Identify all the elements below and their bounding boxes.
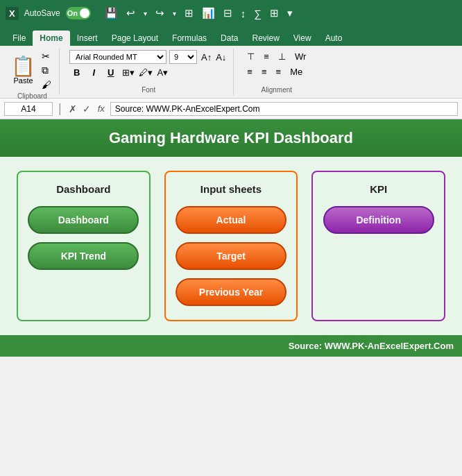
more-icon[interactable]: ▾	[284, 6, 296, 21]
underline-button[interactable]: U	[103, 66, 118, 79]
align-row1: ⊤ ≡ ⊥ Wr	[243, 50, 309, 63]
align-top-button[interactable]: ⊤	[243, 50, 258, 63]
decrease-font-size-icon[interactable]: A↓	[214, 52, 228, 62]
ribbon-toolbar: 📋 Paste ✂ ⧉ 🖌 Clipboard Arial Rounded MT…	[0, 46, 462, 99]
dashboard-footer: Source: WWW.PK-AnExcelExpert.Com	[0, 335, 462, 357]
font-section: Arial Rounded MT 9 A↑ A↓ B I U ⊞▾ 🖊▾ A▾ …	[64, 49, 234, 95]
formula-icon[interactable]: ∑	[251, 6, 264, 21]
tab-formulas[interactable]: Formulas	[165, 31, 214, 46]
align-row2: ≡ ≡ ≡ Me	[243, 65, 309, 78]
dashboard-header: Gaming Hardware KPI Dashboard	[0, 119, 462, 157]
sort-icon[interactable]: ↕	[238, 6, 249, 21]
autosave-label: AutoSave	[24, 8, 60, 18]
font-name-select[interactable]: Arial Rounded MT	[69, 50, 166, 64]
chart-icon[interactable]: 📊	[199, 6, 218, 21]
align-middle-button[interactable]: ≡	[260, 50, 273, 63]
tab-insert[interactable]: Insert	[70, 31, 105, 46]
cut-icon[interactable]: ✂	[40, 50, 53, 62]
definition-nav-button[interactable]: Definition	[323, 206, 434, 234]
font-label: Font	[142, 86, 155, 94]
toggle-knob	[80, 8, 89, 18]
quick-access-toolbar: 💾 ↩ ▾ ↪ ▾ ⊞ 📊 ⊟ ↕ ∑ ⊞ ▾	[102, 6, 296, 21]
align-center-button[interactable]: ≡	[258, 65, 271, 78]
dashboard-title: Gaming Hardware KPI Dashboard	[109, 129, 353, 146]
paste-icon: 📋	[11, 57, 35, 76]
formula-confirm-icon[interactable]: ✓	[81, 102, 92, 116]
font-row2: B I U ⊞▾ 🖊▾ A▾	[69, 66, 228, 79]
cell-reference[interactable]: A14	[4, 102, 53, 116]
font-row1: Arial Rounded MT 9 A↑ A↓	[69, 50, 228, 64]
alignment-label: Alignment	[262, 86, 292, 94]
clipboard-label: Clipboard	[17, 92, 47, 100]
panel-dashboard: Dashboard Dashboard KPI Trend	[17, 171, 151, 321]
font-controls: Arial Rounded MT 9 A↑ A↓ B I U ⊞▾ 🖊▾ A▾	[69, 50, 228, 79]
tab-review[interactable]: Review	[245, 31, 286, 46]
clipboard-section: 📋 Paste ✂ ⧉ 🖌 Clipboard	[6, 49, 60, 95]
footer-source: Source: WWW.PK-AnExcelExpert.Com	[289, 341, 454, 351]
formula-bar: A14 | ✗ ✓ fx	[0, 99, 462, 119]
tab-page-layout[interactable]: Page Layout	[105, 31, 165, 46]
dashboard-nav-button[interactable]: Dashboard	[28, 206, 139, 234]
font-size-select[interactable]: 9	[169, 50, 197, 64]
formula-input[interactable]	[110, 102, 458, 116]
dashboard-area: Gaming Hardware KPI Dashboard Dashboard …	[0, 119, 462, 357]
redo-dropdown-icon[interactable]: ▾	[170, 8, 179, 19]
italic-button[interactable]: I	[88, 66, 99, 79]
ribbon-tabs: File Home Insert Page Layout Formulas Da…	[0, 26, 462, 46]
dashboard-content: Dashboard Dashboard KPI Trend Input shee…	[0, 157, 462, 335]
align-controls: ⊤ ≡ ⊥ Wr ≡ ≡ ≡ Me	[243, 50, 309, 78]
panel-kpi-title: KPI	[370, 183, 387, 195]
undo-icon[interactable]: ↩	[123, 6, 138, 21]
tab-auto[interactable]: Auto	[318, 31, 350, 46]
redo-icon[interactable]: ↪	[153, 6, 167, 21]
font-size-buttons: A↑ A↓	[200, 52, 228, 62]
paste-button[interactable]: 📋 Paste	[11, 57, 35, 85]
align-right-button[interactable]: ≡	[273, 65, 285, 78]
actual-nav-button[interactable]: Actual	[176, 206, 286, 234]
tab-view[interactable]: View	[286, 31, 318, 46]
undo-dropdown-icon[interactable]: ▾	[141, 8, 150, 19]
formula-divider: |	[58, 101, 62, 116]
tab-home[interactable]: Home	[33, 31, 69, 46]
panel-input-title: Input sheets	[200, 183, 262, 195]
grid-icon[interactable]: ⊞	[267, 6, 282, 21]
panel-dashboard-title: Dashboard	[56, 183, 110, 195]
excel-icon: X	[6, 7, 19, 20]
filter-icon[interactable]: ⊟	[221, 6, 235, 21]
bold-button[interactable]: B	[69, 66, 84, 79]
alignment-section: ⊤ ≡ ⊥ Wr ≡ ≡ ≡ Me Alignment	[238, 49, 315, 95]
toggle-state-label: On	[67, 9, 78, 17]
target-nav-button[interactable]: Target	[176, 242, 286, 270]
title-bar: X AutoSave On 💾 ↩ ▾ ↪ ▾ ⊞ 📊 ⊟ ↕ ∑ ⊞ ▾	[0, 0, 462, 26]
formula-cancel-icon[interactable]: ✗	[67, 102, 78, 116]
table-icon[interactable]: ⊞	[182, 6, 196, 21]
autosave-toggle[interactable]: On	[66, 7, 91, 19]
save-icon[interactable]: 💾	[102, 6, 121, 21]
previous-year-nav-button[interactable]: Previous Year	[176, 278, 286, 306]
clipboard-mini-buttons: ✂ ⧉ 🖌	[40, 50, 53, 91]
border-icon[interactable]: ⊞▾	[122, 67, 135, 78]
highlight-icon[interactable]: 🖊▾	[139, 67, 153, 78]
tab-file[interactable]: File	[6, 31, 33, 46]
font-color-icon[interactable]: A▾	[157, 67, 168, 78]
merge-button[interactable]: Me	[286, 65, 306, 78]
kpi-trend-nav-button[interactable]: KPI Trend	[28, 242, 139, 270]
wrap-text-button[interactable]: Wr	[291, 50, 309, 63]
fx-icon[interactable]: fx	[95, 102, 108, 115]
panel-input: Input sheets Actual Target Previous Year	[164, 171, 298, 321]
panel-kpi: KPI Definition	[311, 171, 445, 321]
align-left-button[interactable]: ≡	[243, 65, 256, 78]
paste-label: Paste	[13, 76, 33, 85]
increase-font-size-icon[interactable]: A↑	[200, 52, 213, 62]
copy-icon[interactable]: ⧉	[40, 64, 53, 77]
format-painter-icon[interactable]: 🖌	[40, 78, 53, 91]
tab-data[interactable]: Data	[214, 31, 245, 46]
align-bottom-button[interactable]: ⊥	[275, 50, 289, 63]
